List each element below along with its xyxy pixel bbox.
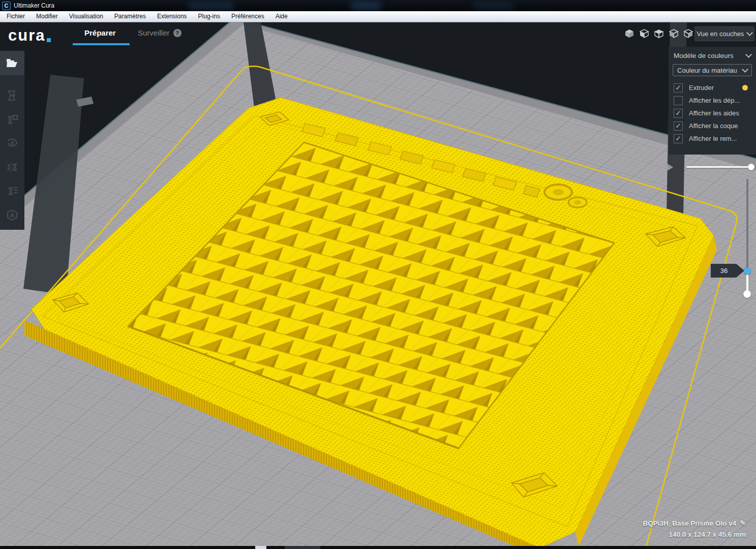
move-tool-button — [0, 84, 24, 107]
move-tool-icon — [6, 89, 19, 102]
mirror-tool-icon — [6, 161, 19, 174]
view-top-icon[interactable] — [654, 28, 664, 39]
menu-fichier[interactable]: Fichier — [1, 11, 31, 22]
layer-slider-handle[interactable] — [744, 267, 751, 274]
model-dimensions: 140.0 x 124.7 x 45.6 mm — [643, 531, 746, 538]
view-3d-icon[interactable] — [624, 28, 634, 39]
mesh-type-icon — [6, 208, 19, 222]
menu-visualisation[interactable]: Visualisation — [64, 11, 109, 22]
tab-surveiller[interactable]: Surveiller ? — [138, 28, 182, 37]
rotate-tool-icon — [6, 137, 19, 150]
layer-number-value: 36 — [720, 267, 728, 274]
color-scheme-select[interactable]: Couleur du matériau — [673, 64, 752, 76]
extruder-checkbox[interactable]: ✓ — [674, 83, 683, 93]
per-model-settings-icon — [6, 185, 19, 198]
path-slider-handle[interactable] — [748, 164, 754, 170]
taskbar-edge — [0, 546, 756, 549]
menu-parametres[interactable]: Paramètres — [109, 11, 152, 22]
edit-name-icon[interactable]: ✎ — [740, 519, 746, 527]
menu-bar: Fichier Modifier Visualisation Paramètre… — [0, 11, 756, 22]
tab-surveiller-label: Surveiller — [138, 28, 170, 37]
layer-view-settings-panel: Modèle de couleurs Couleur du matériau ✓… — [669, 47, 756, 155]
tab-preparer[interactable]: Préparer — [84, 28, 116, 37]
show-travels-label: Afficher les dép... — [689, 97, 740, 104]
layer-slider-bottom-handle[interactable] — [743, 290, 751, 298]
titlebar-glass-reflection — [351, 1, 381, 10]
view-front-icon[interactable] — [639, 28, 649, 39]
show-helpers-checkbox[interactable]: ✓ — [674, 109, 683, 118]
cura-logo: cura — [8, 26, 51, 45]
mesh-type-button — [0, 204, 24, 226]
model-name: BQPi3H_Base Prisme Olo v4 — [643, 520, 736, 527]
view-right-icon[interactable] — [683, 28, 693, 39]
chevron-down-icon — [742, 66, 748, 73]
view-mode-dropdown[interactable]: Vue en couches — [694, 26, 754, 41]
model-info: BQPi3H_Base Prisme Olo v4 ✎ 140.0 x 124.… — [643, 519, 746, 538]
menu-plugins[interactable]: Plug-ins — [193, 11, 226, 22]
layer-slider-track-upper[interactable] — [746, 179, 748, 269]
view-left-icon[interactable] — [669, 28, 679, 39]
show-helpers-label: Afficher les aides — [689, 109, 739, 117]
menu-modifier[interactable]: Modifier — [31, 11, 64, 22]
play-simulation-button[interactable] — [667, 163, 673, 171]
show-shell-checkbox[interactable]: ✓ — [674, 121, 683, 131]
camera-view-buttons — [624, 28, 693, 39]
color-scheme-title: Modèle de couleurs — [674, 52, 734, 59]
window-title: Ultimaker Cura — [14, 2, 54, 9]
path-slider-track[interactable] — [686, 166, 749, 168]
checkbox-row-infill: ✓ Afficher le rem... — [673, 132, 752, 145]
title-bar[interactable]: C Ultimaker Cura — [0, 0, 756, 11]
show-infill-checkbox[interactable]: ✓ — [674, 134, 683, 143]
show-travels-checkbox[interactable] — [674, 96, 683, 105]
menu-aide[interactable]: Aide — [270, 11, 293, 22]
scale-tool-icon — [6, 113, 19, 126]
scene-render — [0, 22, 756, 546]
taskbar-segment — [255, 546, 266, 549]
checkbox-row-travels: Afficher les dép... — [673, 94, 752, 107]
chevron-down-icon[interactable] — [745, 51, 752, 58]
checkbox-row-extruder: ✓ Extruder — [673, 81, 752, 94]
show-infill-label: Afficher le rem... — [689, 135, 737, 142]
per-model-settings-button — [0, 180, 24, 202]
help-icon[interactable]: ? — [173, 29, 182, 37]
chevron-down-icon — [747, 29, 753, 36]
rotate-tool-button — [0, 132, 24, 155]
cura-app-icon: C — [2, 2, 11, 10]
scale-tool-button — [0, 108, 24, 131]
cura-window: C Ultimaker Cura Fichier Modifier Visual… — [0, 0, 756, 549]
extruder-label: Extruder — [689, 84, 714, 92]
left-toolbar — [0, 51, 24, 230]
show-shell-label: Afficher la coque — [689, 122, 738, 130]
titlebar-glass-reflection — [473, 1, 513, 10]
menu-preferences[interactable]: Préférences — [226, 11, 270, 22]
extruder-color-swatch[interactable] — [742, 85, 748, 90]
active-tab-underline — [73, 43, 130, 45]
checkbox-row-shell: ✓ Afficher la coque — [673, 119, 752, 132]
logo-dot — [47, 38, 51, 42]
titlebar-glass-reflection — [188, 1, 234, 10]
viewport-3d[interactable]: cura — [0, 22, 756, 546]
open-folder-icon — [6, 57, 19, 69]
taskbar-segment — [285, 546, 320, 549]
menu-extensions[interactable]: Extensions — [152, 11, 193, 22]
checkbox-row-helpers: ✓ Afficher les aides — [673, 107, 752, 119]
open-file-button[interactable] — [0, 51, 24, 75]
view-mode-value: Vue en couches — [697, 30, 744, 38]
color-scheme-value: Couleur du matériau — [677, 67, 737, 74]
mirror-tool-button — [0, 156, 24, 178]
